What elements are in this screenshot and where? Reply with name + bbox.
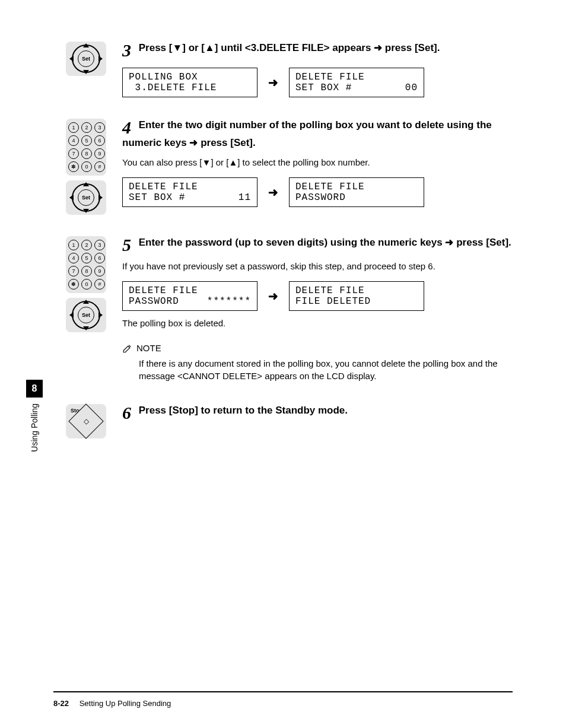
step-number: 6 <box>122 403 131 422</box>
key-icon: ✽ <box>68 279 79 290</box>
key-icon: # <box>94 279 105 290</box>
step-subtext: If you have not previously set a passwor… <box>122 260 513 273</box>
key-icon: 6 <box>94 253 105 263</box>
lcd-line: PASSWORD <box>129 296 179 307</box>
step-aftertext: The polling box is deleted. <box>122 317 513 330</box>
key-icon: 8 <box>81 148 92 159</box>
key-icon: 3 <box>94 122 105 133</box>
nav-pad-icon: Set <box>66 180 106 215</box>
key-icon: 9 <box>94 148 105 159</box>
lcd-value: ******* <box>207 296 251 307</box>
lcd-row: DELETE FILE PASSWORD******* ➜ DELETE FIL… <box>122 281 513 311</box>
step-subtext: You can also press [▼] or [▲] to select … <box>122 156 513 169</box>
chapter-tab: 8 Using Polling <box>26 380 43 452</box>
lcd-line: SET BOX # <box>295 82 352 93</box>
step-heading: 6 Press [Stop] to return to the Standby … <box>122 404 513 422</box>
key-icon: 5 <box>81 135 92 146</box>
key-icon: 4 <box>68 135 79 146</box>
arrow-right-icon: ➜ <box>268 75 278 90</box>
arrow-right-icon: ➜ <box>268 289 278 303</box>
lcd-display: DELETE FILE PASSWORD <box>289 177 424 207</box>
step-text-a: Enter the two digit number of the pollin… <box>122 119 492 148</box>
step-6: Stop ◇ 6 Press [Stop] to return to the S… <box>53 404 513 438</box>
step-number: 4 <box>122 117 131 137</box>
step-3: Set 3 Press [▼] or [▲] until <3.DELETE F… <box>53 42 513 97</box>
nav-pad-icon: Set <box>66 42 106 76</box>
numeric-keypad-icon: 1 2 3 4 5 6 7 8 9 ✽ 0 # <box>66 236 106 293</box>
lcd-line: FILE DELETED <box>295 296 418 307</box>
lcd-row: DELETE FILE SET BOX #11 ➜ DELETE FILE PA… <box>122 177 513 207</box>
stop-glyph-icon: ◇ <box>84 417 89 425</box>
chapter-label: Using Polling <box>30 403 39 452</box>
step-text-b: press [Set]. <box>453 237 511 248</box>
lcd-line: POLLING BOX <box>129 72 251 82</box>
step-text-b: press [Set]. <box>198 137 255 148</box>
lcd-value: 11 <box>239 192 251 203</box>
lcd-line: 3.DELETE FILE <box>129 82 251 93</box>
step-text-b: press [Set]. <box>382 42 440 53</box>
arrow-inline-icon: ➜ <box>445 237 453 248</box>
key-icon: 7 <box>68 266 79 276</box>
key-icon: 5 <box>81 253 92 263</box>
step-number: 3 <box>122 40 131 60</box>
nav-pad-icon: Set <box>66 298 106 332</box>
stop-button-icon: Stop ◇ <box>66 404 106 438</box>
set-button-icon: Set <box>78 189 94 206</box>
lcd-display: DELETE FILE SET BOX #00 <box>289 68 424 97</box>
step-text-a: Press [▼] or [▲] until <3.DELETE FILE> a… <box>139 42 374 53</box>
lcd-display: POLLING BOX 3.DELETE FILE <box>122 68 257 97</box>
lcd-line: PASSWORD <box>295 192 418 203</box>
lcd-value: 00 <box>405 82 418 93</box>
lcd-line: DELETE FILE <box>295 182 418 192</box>
key-icon: 0 <box>81 279 92 290</box>
step-heading: 5 Enter the password (up to seven digits… <box>122 236 513 254</box>
key-icon: 1 <box>68 240 79 250</box>
key-icon: 7 <box>68 148 79 159</box>
set-button-icon: Set <box>78 50 94 67</box>
note-body: If there is any document stored in the p… <box>139 357 513 383</box>
footer-title: Setting Up Polling Sending <box>80 699 171 708</box>
arrow-inline-icon: ➜ <box>189 137 198 148</box>
key-icon: 2 <box>81 240 92 250</box>
note-label: NOTE <box>136 343 161 353</box>
lcd-display: DELETE FILE SET BOX #11 <box>122 177 257 207</box>
key-icon: 8 <box>81 266 92 276</box>
step-heading: 3 Press [▼] or [▲] until <3.DELETE FILE>… <box>122 42 513 59</box>
step-text-a: Enter the password (up to seven digits) … <box>139 237 446 248</box>
lcd-line: SET BOX # <box>129 192 185 203</box>
step-heading: 4 Enter the two digit number of the poll… <box>122 119 513 150</box>
key-icon: 2 <box>81 122 92 133</box>
key-icon: 0 <box>81 161 92 172</box>
arrow-right-icon: ➜ <box>268 185 278 199</box>
note-header: NOTE <box>122 343 513 354</box>
key-icon: ✽ <box>68 161 79 172</box>
step-number: 5 <box>122 235 131 255</box>
lcd-display: DELETE FILE PASSWORD******* <box>122 281 257 311</box>
key-icon: 1 <box>68 122 79 133</box>
set-button-icon: Set <box>78 307 94 323</box>
numeric-keypad-icon: 1 2 3 4 5 6 7 8 9 ✽ 0 # <box>66 119 106 176</box>
lcd-line: DELETE FILE <box>295 285 418 296</box>
footer-rule <box>53 691 513 692</box>
page-footer: 8-22 Setting Up Polling Sending <box>53 699 171 708</box>
step-text: Press [Stop] to return to the Standby mo… <box>139 405 348 416</box>
key-icon: 6 <box>94 135 105 146</box>
key-icon: # <box>94 161 105 172</box>
step-5: 1 2 3 4 5 6 7 8 9 ✽ 0 # Set 5 Enter the … <box>53 236 513 383</box>
key-icon: 9 <box>94 266 105 276</box>
lcd-line: DELETE FILE <box>295 72 418 82</box>
lcd-row: POLLING BOX 3.DELETE FILE ➜ DELETE FILE … <box>122 68 513 97</box>
lcd-display: DELETE FILE FILE DELETED <box>289 281 424 311</box>
step-4: 1 2 3 4 5 6 7 8 9 ✽ 0 # Set 4 Enter the … <box>53 119 513 215</box>
page-number: 8-22 <box>53 699 69 708</box>
chapter-number: 8 <box>26 380 43 398</box>
page: 8 Using Polling Set 3 Press [▼] or [▲] u… <box>0 0 566 728</box>
lcd-line: DELETE FILE <box>129 182 251 192</box>
arrow-inline-icon: ➜ <box>374 42 382 53</box>
key-icon: 3 <box>94 240 105 250</box>
key-icon: 4 <box>68 253 79 263</box>
note-icon <box>122 343 133 354</box>
lcd-line: DELETE FILE <box>129 285 251 296</box>
